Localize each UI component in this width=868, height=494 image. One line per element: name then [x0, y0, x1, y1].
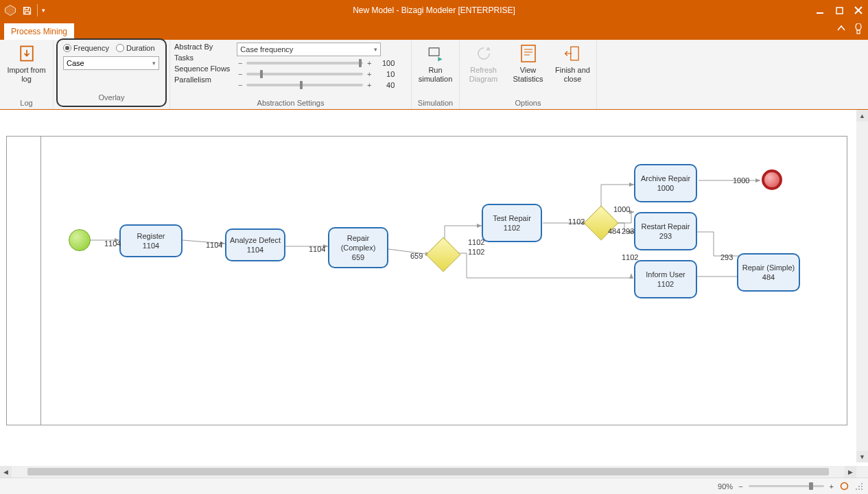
seq-increase[interactable]: +: [366, 70, 373, 78]
view-statistics-button[interactable]: View Statistics: [508, 41, 548, 84]
svg-marker-10: [486, 47, 491, 50]
zoom-slider[interactable]: [749, 485, 824, 487]
scroll-up-button[interactable]: ▲: [856, 110, 868, 121]
flow-label-5a: 1102: [468, 238, 484, 246]
svg-rect-2: [836, 8, 843, 14]
tasks-value: 100: [375, 59, 395, 67]
tab-process-mining[interactable]: Process Mining: [4, 23, 74, 40]
svg-point-27: [858, 486, 860, 487]
task-analyze-val: 1104: [247, 245, 263, 255]
task-test-repair-name: Test Repair: [493, 213, 531, 223]
finish-close-button[interactable]: Finish and close: [553, 41, 592, 84]
import-icon: [16, 43, 38, 64]
process-diagram[interactable]: Register 1104 Analyze Defect 1104 Repair…: [6, 136, 847, 425]
finish-close-icon: [562, 43, 584, 64]
gateway-split[interactable]: [426, 237, 461, 272]
scroll-down-button[interactable]: ▼: [856, 451, 868, 462]
task-archive-val: 1000: [657, 183, 674, 193]
group-label-simulation: Simulation: [416, 99, 455, 109]
task-inform-user[interactable]: Inform User 1102: [634, 260, 697, 298]
svg-line-19: [388, 249, 430, 255]
svg-point-23: [861, 489, 863, 490]
task-register-name: Register: [137, 231, 165, 241]
par-increase[interactable]: +: [366, 81, 373, 89]
app-icon: [4, 4, 16, 16]
task-repair-simple[interactable]: Repair (Simple) 484: [737, 253, 800, 292]
tasks-increase[interactable]: +: [366, 59, 373, 67]
import-from-log-button[interactable]: Import from log: [5, 41, 49, 84]
task-restart-name: Restart Repair: [642, 222, 690, 231]
scroll-right-button[interactable]: ▶: [845, 466, 856, 478]
task-analyze-defect[interactable]: Analyze Defect 1104: [225, 228, 285, 261]
group-label-abstraction: Abstraction Settings: [174, 99, 407, 109]
flow-label-5b: 1102: [468, 248, 484, 256]
save-icon[interactable]: [21, 4, 33, 16]
horizontal-scrollbar[interactable]: ◀ ▶: [0, 466, 856, 478]
parallelism-slider[interactable]: [246, 84, 363, 86]
seq-value: 10: [375, 70, 395, 78]
scroll-corner: [856, 466, 868, 478]
close-button[interactable]: [849, 0, 868, 21]
vertical-scrollbar[interactable]: ▲ ▼: [856, 110, 868, 462]
zoom-out-button[interactable]: −: [738, 482, 742, 491]
svg-rect-15: [570, 47, 578, 60]
hscroll-thumb[interactable]: [27, 468, 829, 475]
window-title: New Model - Bizagi Modeler [ENTERPRISE]: [353, 5, 515, 15]
seq-decrease[interactable]: −: [237, 70, 244, 78]
task-repair-complex[interactable]: Repair (Complex) 659: [328, 227, 388, 268]
abstract-by-label: Abstract By: [174, 43, 230, 51]
zoom-in-button[interactable]: +: [830, 482, 834, 491]
task-analyze-name: Analyze Defect: [230, 235, 281, 245]
svg-point-26: [856, 489, 857, 490]
task-test-repair-val: 1102: [504, 223, 520, 233]
abstract-by-combo[interactable]: Case frequency: [237, 43, 381, 56]
svg-point-24: [858, 489, 860, 490]
end-event[interactable]: [762, 169, 782, 190]
svg-point-28: [861, 483, 863, 484]
start-event[interactable]: [69, 229, 91, 251]
task-repair-complex-name: Repair (Complex): [332, 233, 384, 253]
tasks-decrease[interactable]: −: [237, 59, 244, 67]
flow-label-2: 1104: [206, 241, 222, 249]
abstract-by-value: Case frequency: [240, 45, 293, 54]
scroll-left-button[interactable]: ◀: [0, 466, 12, 478]
flow-label-3: 1104: [309, 245, 325, 253]
task-register[interactable]: Register 1104: [119, 224, 183, 257]
task-restart-repair[interactable]: Restart Repair 293: [634, 212, 697, 250]
maximize-button[interactable]: [830, 0, 849, 21]
task-archive-repair[interactable]: Archive Repair 1000: [634, 164, 697, 202]
overlay-frequency-radio[interactable]: Frequency: [63, 44, 109, 52]
view-statistics-label: View Statistics: [508, 66, 548, 84]
svg-rect-8: [429, 48, 439, 56]
collapse-ribbon-icon[interactable]: [836, 23, 846, 37]
statistics-icon: [517, 43, 539, 64]
svg-marker-9: [438, 57, 443, 62]
svg-point-25: [861, 486, 863, 487]
group-label-overlay: Overlay: [63, 93, 160, 102]
flow-label-4: 659: [410, 252, 423, 260]
task-repair-simple-val: 484: [762, 272, 775, 282]
sequence-flows-label: Sequence Flows: [174, 64, 230, 73]
task-restart-val: 293: [659, 231, 672, 241]
fit-page-icon[interactable]: [839, 482, 849, 491]
flow-label-10: 1000: [733, 176, 749, 185]
svg-point-5: [856, 23, 861, 30]
minimize-button[interactable]: [810, 0, 830, 21]
run-simulation-button[interactable]: Run simulation: [416, 41, 455, 84]
task-inform-val: 1102: [657, 279, 674, 289]
par-value: 40: [375, 81, 395, 89]
parallelism-label: Parallelism: [174, 75, 230, 84]
task-test-repair[interactable]: Test Repair 1102: [482, 204, 542, 242]
flow-label-6: 1102: [568, 217, 585, 226]
sequence-flows-slider[interactable]: [246, 73, 363, 75]
overlay-combo[interactable]: Case: [63, 56, 159, 70]
task-archive-name: Archive Repair: [641, 174, 690, 183]
overlay-duration-radio[interactable]: Duration: [116, 44, 155, 52]
qat-dropdown-icon[interactable]: ▾: [42, 7, 45, 14]
task-repair-simple-name: Repair (Simple): [742, 263, 795, 272]
help-icon[interactable]: [854, 23, 863, 37]
par-decrease[interactable]: −: [237, 81, 244, 89]
tasks-slider[interactable]: [246, 62, 363, 64]
svg-marker-0: [5, 5, 16, 16]
task-register-val: 1104: [143, 241, 159, 250]
